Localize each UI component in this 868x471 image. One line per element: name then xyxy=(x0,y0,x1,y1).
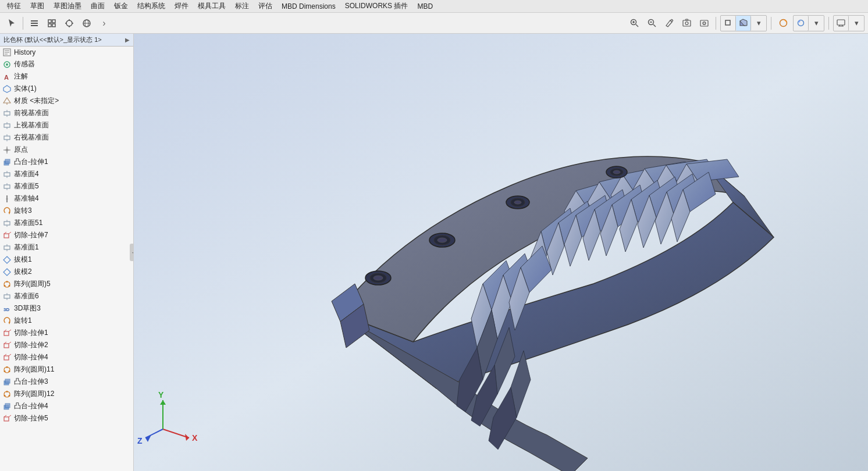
panel-collapse-handle[interactable]: ◂ xyxy=(130,244,134,261)
left-panel: 比色杯 (默认<<默认>_显示状态 1> ▶ History传感器A注解实体(1… xyxy=(0,34,134,471)
menu-pinggu[interactable]: 评估 xyxy=(254,0,277,12)
tree-item-cut-extrude7[interactable]: 切除-拉伸7 xyxy=(0,229,133,241)
tree-item-top-plane[interactable]: 上视基准面 xyxy=(0,119,133,131)
label-top-plane: 上视基准面 xyxy=(14,120,131,130)
menu-biaozu[interactable]: 标注 xyxy=(230,0,254,12)
label-base-plane6: 基准面6 xyxy=(14,291,131,301)
svg-text:Z: Z xyxy=(137,436,143,445)
appearance-icon[interactable] xyxy=(775,16,791,31)
tree-item-sensor[interactable]: 传感器 xyxy=(0,58,133,70)
toolbar-btn-sphere[interactable] xyxy=(79,15,95,31)
scene-dropdown[interactable]: ▾ xyxy=(809,16,824,31)
label-origin: 原点 xyxy=(14,145,131,155)
tree-item-base-plane6[interactable]: 基准面6 xyxy=(0,290,133,302)
menu-banjin[interactable]: 钣金 xyxy=(109,0,133,12)
toolbar-btn-cursor[interactable] xyxy=(3,15,20,31)
icon-base-axis4 xyxy=(2,194,12,204)
monitor-dropdown[interactable]: ▾ xyxy=(849,16,864,31)
camera-icon[interactable] xyxy=(679,16,694,31)
icon-base-plane5 xyxy=(2,182,12,191)
display-style-dropdown[interactable]: ▾ xyxy=(751,16,766,31)
tree-item-revolve1[interactable]: 旋转1 xyxy=(0,315,133,327)
svg-rect-6 xyxy=(52,24,55,27)
tree-item-origin[interactable]: 原点 xyxy=(0,144,133,156)
label-base-axis4: 基准轴4 xyxy=(14,194,131,204)
toolbar-btn-list[interactable] xyxy=(26,15,42,31)
svg-point-26 xyxy=(703,22,706,25)
tree-item-cut-extrude1[interactable]: 切除-拉伸1 xyxy=(0,327,133,339)
feature-tree: History传感器A注解实体(1)材质 <未指定>前视基准面上视基准面右视基准… xyxy=(0,47,133,471)
tree-item-base-plane1[interactable]: 基准面1 xyxy=(0,241,133,254)
label-base-plane51: 基准面51 xyxy=(14,218,131,228)
svg-point-102 xyxy=(4,370,6,372)
svg-point-83 xyxy=(9,285,10,287)
tree-item-front-plane[interactable]: 前视基准面 xyxy=(0,107,133,119)
tree-item-boss-extrude4[interactable]: 凸台-拉伸4 xyxy=(0,400,133,412)
tree-item-right-plane[interactable]: 右视基准面 xyxy=(0,131,133,144)
menu-jiegou[interactable]: 结构系统 xyxy=(133,0,170,12)
tree-item-pattern-circ12[interactable]: 阵列(圆周)12 xyxy=(0,388,133,400)
camera2-icon[interactable] xyxy=(696,16,712,31)
svg-line-75 xyxy=(9,232,11,234)
icon-base-plane51 xyxy=(2,219,12,228)
label-history: History xyxy=(14,48,131,56)
menu-caotu[interactable]: 草图 xyxy=(26,0,49,12)
menu-tezheng[interactable]: 特征 xyxy=(2,0,26,12)
menu-caotuyomo[interactable]: 草图油墨 xyxy=(49,0,86,12)
tree-item-material[interactable]: 材质 <未指定> xyxy=(0,95,133,107)
tree-item-draft2[interactable]: 拔模2 xyxy=(0,266,133,278)
tree-item-base-plane5[interactable]: 基准面5 xyxy=(0,180,133,192)
tree-item-cut-extrude5[interactable]: 切除-拉伸5 xyxy=(0,412,133,424)
icon-boss-extrude1 xyxy=(2,158,12,167)
tree-item-revolve3[interactable]: 旋转3 xyxy=(0,205,133,217)
tree-item-pattern-circ5[interactable]: 阵列(圆周)5 xyxy=(0,278,133,290)
svg-marker-79 xyxy=(3,256,10,263)
zoom-out-icon[interactable] xyxy=(644,16,659,31)
label-material: 材质 <未指定> xyxy=(14,96,131,106)
monitor-icon[interactable] xyxy=(834,16,849,31)
pencil-icon[interactable] xyxy=(661,16,677,31)
svg-marker-45 xyxy=(3,98,10,103)
menu-qumian[interactable]: 曲面 xyxy=(86,0,109,12)
menu-mbd[interactable]: MBD xyxy=(412,1,437,12)
box-icon[interactable] xyxy=(721,16,736,31)
panel-expand-arrow[interactable]: ▶ xyxy=(125,37,130,43)
toolbar-btn-more[interactable]: › xyxy=(96,15,112,31)
tree-item-annotation[interactable]: A注解 xyxy=(0,70,133,83)
label-cut-extrude1: 切除-拉伸1 xyxy=(14,328,131,338)
viewport[interactable]: ▾ ▾ ▾ xyxy=(134,34,868,471)
scene-icon[interactable] xyxy=(794,16,809,31)
tree-item-sketch3d3[interactable]: 3D3D草图3 xyxy=(0,302,133,315)
tree-item-base-plane4[interactable]: 基准面4 xyxy=(0,168,133,180)
zoom-in-icon[interactable] xyxy=(627,16,642,31)
menu-muju[interactable]: 模具工具 xyxy=(193,0,230,12)
tree-item-pattern-circ11[interactable]: 阵列(圆周)11 xyxy=(0,363,133,376)
toolbar-btn-grid[interactable] xyxy=(44,15,60,31)
display-style-icon[interactable] xyxy=(736,16,751,31)
tree-item-boss-extrude1[interactable]: 凸台-拉伸1 xyxy=(0,156,133,168)
toolbar-btn-crosshair[interactable] xyxy=(61,15,77,31)
icon-front-plane xyxy=(2,109,12,118)
icon-annotation: A xyxy=(2,72,12,81)
icon-cut-extrude2 xyxy=(2,341,12,350)
svg-rect-76 xyxy=(4,246,10,249)
icon-revolve3 xyxy=(2,206,12,216)
tree-item-cut-extrude4[interactable]: 切除-拉伸4 xyxy=(0,351,133,363)
tree-item-draft1[interactable]: 拔模1 xyxy=(0,254,133,266)
tree-item-cut-extrude2[interactable]: 切除-拉伸2 xyxy=(0,339,133,351)
tree-item-base-plane51[interactable]: 基准面51 xyxy=(0,217,133,229)
icon-material xyxy=(2,97,12,106)
tree-item-body[interactable]: 实体(1) xyxy=(0,83,133,95)
icon-pattern-circ12 xyxy=(2,390,12,399)
svg-rect-96 xyxy=(4,356,9,360)
tree-item-base-axis4[interactable]: 基准轴4 xyxy=(0,192,133,205)
menu-hanjian[interactable]: 焊件 xyxy=(170,0,193,12)
tree-item-boss-extrude3[interactable]: 凸台-拉伸3 xyxy=(0,376,133,388)
tree-item-history[interactable]: History xyxy=(0,47,133,58)
menu-mbd-dimensions[interactable]: MBD Dimensions xyxy=(277,1,340,12)
menu-sw-plugins[interactable]: SOLIDWORKS 插件 xyxy=(340,0,413,12)
svg-line-98 xyxy=(9,354,11,356)
label-draft2: 拔模2 xyxy=(14,267,131,277)
icon-cut-extrude5 xyxy=(2,414,12,423)
label-sketch3d3: 3D草图3 xyxy=(14,304,131,313)
